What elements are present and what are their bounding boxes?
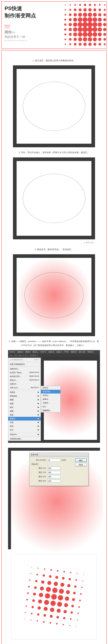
- submenu-fragment[interactable]: 碎片: [41, 405, 60, 408]
- svg-point-90: [30, 573, 31, 574]
- menu-adaptive-wide[interactable]: 自适应广角(A)...Shift+Ctrl+A: [8, 371, 41, 374]
- svg-point-80: [104, 43, 106, 45]
- svg-point-34: [98, 18, 102, 22]
- svg-point-16: [98, 8, 101, 11]
- menu-last-filter[interactable]: 上次滤镜操作(F)Ctrl+F: [8, 358, 41, 362]
- svg-point-41: [87, 22, 92, 27]
- svg-point-131: [57, 602, 62, 607]
- menu-help[interactable]: 帮助(H): [87, 351, 93, 353]
- submenu-mosaic[interactable]: 马赛克...: [41, 401, 60, 405]
- menu-liquify[interactable]: 液化(L)...Shift+Ctrl+X: [8, 378, 41, 382]
- menu-layer[interactable]: 图层(L): [33, 351, 38, 353]
- menu-group-render[interactable]: 渲染▶: [8, 420, 41, 424]
- submenu-facet[interactable]: 彩块化: [41, 386, 60, 390]
- step2-canvas: [17, 161, 91, 236]
- ellipse-feather-icon: [23, 174, 85, 223]
- svg-point-26: [103, 14, 106, 16]
- svg-point-81: [31, 567, 32, 568]
- halftone-decoration: [59, 1, 107, 49]
- step3-caption: 3. 颜色填充（要有背景色），取消选区。: [8, 248, 100, 251]
- svg-point-32: [87, 17, 92, 22]
- svg-point-92: [43, 574, 45, 577]
- channel1-label: 通道 1(1):: [32, 467, 46, 469]
- svg-point-6: [94, 4, 96, 6]
- svg-point-78: [93, 43, 96, 46]
- menu-3d[interactable]: 3D(D): [64, 351, 69, 353]
- menu-group-pixelate[interactable]: 像素化▶: [8, 417, 41, 420]
- channel3-input[interactable]: [47, 475, 60, 478]
- svg-point-125: [79, 600, 81, 602]
- svg-point-10: [69, 9, 71, 11]
- channel4-input[interactable]: [47, 480, 60, 482]
- menu-group-stylize[interactable]: 风格化▶: [8, 390, 41, 394]
- svg-point-21: [78, 13, 82, 17]
- menu-lens-correction[interactable]: 镜头校正(R)...Shift+Ctrl+R: [8, 374, 41, 378]
- svg-point-4: [84, 4, 86, 6]
- menu-oil-paint[interactable]: 油画(O)...: [8, 382, 41, 386]
- svg-point-151: [70, 618, 72, 620]
- channel1-input[interactable]: [47, 467, 60, 470]
- svg-point-102: [47, 581, 52, 585]
- menu-group-distort[interactable]: 扭曲▶: [8, 402, 41, 406]
- max-radius-input[interactable]: [47, 459, 60, 462]
- menu-type[interactable]: 文字(Y): [40, 351, 46, 353]
- ps-menubar[interactable]: 文件(F) 编辑(E) 图像(I) 图层(L) 文字(Y) 选择(S) 滤镜(T…: [8, 350, 100, 354]
- menu-digimarc[interactable]: Digimarc▶: [8, 433, 41, 436]
- submenu-mezzotint[interactable]: 铜版雕刻...: [41, 408, 60, 412]
- svg-point-76: [83, 42, 87, 46]
- svg-point-33: [92, 17, 97, 22]
- menu-group-sketch[interactable]: 素描▶: [8, 413, 41, 417]
- detail-review-button[interactable]: 细节点评: [82, 240, 95, 245]
- menu-filter-gallery[interactable]: 滤镜库(G)...: [8, 367, 41, 371]
- menu-vanishing-point[interactable]: 消失点(V)...Alt+Ctrl+V: [8, 386, 41, 390]
- svg-point-48: [78, 27, 82, 32]
- svg-point-116: [80, 593, 82, 595]
- svg-point-2: [74, 4, 76, 6]
- menu-group-video[interactable]: 视频▶: [8, 409, 41, 413]
- svg-point-66: [78, 37, 82, 41]
- svg-point-60: [92, 32, 97, 37]
- header-card: PS快速 制作渐变网点 love 因你PS 我的世界不一样 My world i…: [1, 1, 107, 49]
- svg-point-109: [34, 586, 37, 589]
- menu-window[interactable]: 窗口(W): [79, 351, 85, 353]
- submenu-color-halftone[interactable]: 彩色半调...: [41, 390, 60, 394]
- menu-group-brush[interactable]: 画笔描边▶: [8, 394, 41, 398]
- svg-point-5: [89, 4, 91, 6]
- menu-smart-filter[interactable]: 转换为智能滤镜(S): [8, 362, 41, 366]
- svg-point-154: [30, 620, 32, 620]
- menu-filter[interactable]: 滤镜(T): [56, 351, 62, 353]
- dialog-cancel-button[interactable]: 取消: [75, 463, 87, 466]
- svg-point-104: [60, 582, 64, 587]
- dialog-ok-button[interactable]: 确定: [75, 458, 87, 462]
- menu-group-noise[interactable]: 杂色▶: [8, 424, 41, 428]
- dialog-title: 彩色半调: [30, 453, 88, 457]
- svg-point-112: [52, 587, 58, 593]
- menu-group-blur[interactable]: 模糊▶: [8, 398, 41, 402]
- svg-point-132: [64, 603, 68, 607]
- submenu-crystallize[interactable]: 晶格化...: [41, 397, 60, 401]
- channel2-input[interactable]: [47, 471, 60, 474]
- svg-point-13: [83, 8, 87, 12]
- svg-point-50: [87, 27, 92, 32]
- svg-point-134: [78, 606, 80, 608]
- svg-point-107: [81, 587, 82, 588]
- svg-point-53: [103, 28, 106, 31]
- menu-edit[interactable]: 编辑(E): [17, 351, 23, 353]
- svg-point-28: [69, 18, 72, 21]
- menu-group-other[interactable]: 其它▶: [8, 428, 41, 432]
- svg-point-46: [69, 28, 72, 31]
- menu-image[interactable]: 图像(I): [25, 351, 31, 353]
- menu-select[interactable]: 选择(S): [48, 351, 54, 353]
- svg-point-150: [63, 617, 66, 620]
- svg-point-9: [65, 9, 66, 10]
- svg-point-25: [98, 13, 101, 16]
- menu-view[interactable]: 视图(V): [71, 351, 77, 353]
- svg-point-153: [24, 619, 25, 620]
- menu-group-sharpen[interactable]: 锐化▶: [8, 406, 41, 409]
- svg-point-54: [64, 34, 66, 36]
- menu-browse-online[interactable]: 浏览联机滤镜...: [8, 437, 41, 441]
- max-radius-label: 最大半径(R):: [32, 459, 46, 461]
- menu-file[interactable]: 文件(F): [9, 351, 15, 353]
- channel2-label: 通道 2(2):: [32, 471, 46, 474]
- submenu-pointillize[interactable]: 点状化...: [41, 394, 60, 397]
